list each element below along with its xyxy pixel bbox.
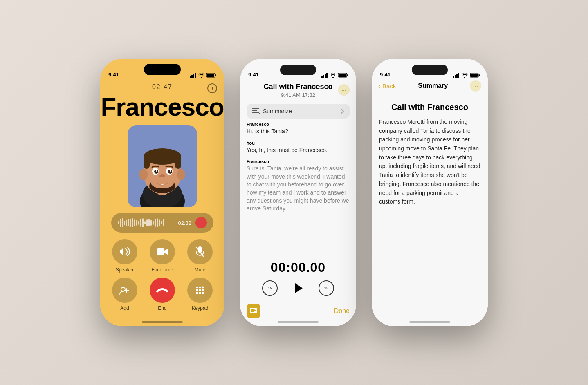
svg-point-37 (196, 289, 198, 291)
more-options-button[interactable]: ··· (338, 84, 350, 96)
wave-bar (161, 221, 162, 224)
caller-name: Francesco (101, 92, 224, 121)
signal-icon-1 (190, 73, 196, 78)
svg-rect-54 (251, 309, 255, 310)
battery-icon-1 (206, 73, 216, 78)
status-icons-3 (453, 73, 480, 78)
call-timer: 02:47 (152, 83, 173, 91)
svg-rect-2 (193, 74, 194, 78)
speaker-button[interactable]: Speaker (108, 239, 141, 273)
wave-bar (140, 219, 141, 227)
wave-bar (150, 220, 152, 226)
home-indicator-3 (409, 321, 450, 323)
phone-3-content: ‹ Back Summary ··· Call with Francesco F… (372, 59, 488, 326)
wave-bar (136, 220, 137, 226)
add-button[interactable]: Add (108, 278, 141, 311)
msg-text-1: Hi, is this Tania? (247, 128, 350, 136)
battery-icon-2 (338, 73, 348, 78)
playback-time: 00:00.00 (240, 260, 356, 275)
skip-back-button[interactable]: 15 (262, 280, 278, 296)
wave-bar (163, 219, 164, 226)
dynamic-island-3 (412, 65, 448, 75)
svg-point-42 (202, 292, 204, 294)
audio-bar: 02:32 (111, 213, 213, 233)
transcript-subtitle: 9:41 AM 17:32 (248, 92, 348, 98)
summarize-label: Summarize (263, 108, 292, 114)
svg-rect-52 (252, 112, 258, 113)
phone-3-wrapper: 9:41 ‹ Back Summary ··· Call w (370, 58, 489, 327)
waveform (118, 218, 174, 227)
keypad-button[interactable]: Keypad (184, 278, 216, 311)
svg-rect-13 (144, 157, 150, 169)
wifi-icon-3 (462, 73, 468, 78)
facetime-button[interactable]: FaceTime (146, 239, 179, 273)
call-controls: Speaker FaceTime (100, 239, 224, 311)
svg-point-21 (156, 170, 157, 172)
back-label: Back (382, 83, 396, 90)
playback-section: 00:00.00 15 15 (240, 256, 356, 300)
wifi-icon-2 (330, 73, 336, 78)
wave-bar (134, 219, 135, 226)
dynamic-island-1 (144, 64, 181, 75)
svg-point-35 (199, 287, 201, 289)
svg-rect-62 (470, 74, 478, 77)
mute-circle (187, 239, 213, 264)
mute-label: Mute (195, 267, 206, 273)
svg-point-34 (196, 287, 198, 289)
wave-bar (132, 218, 133, 227)
svg-point-15 (139, 169, 148, 180)
speaker-icon (119, 247, 130, 257)
wave-bar (157, 218, 158, 227)
svg-rect-50 (252, 108, 259, 109)
wave-bar (155, 219, 156, 227)
dynamic-island-2 (280, 65, 316, 75)
play-button[interactable] (289, 279, 307, 297)
transcript-message-3: Francesco Sure is. Tania, we're all read… (247, 159, 350, 213)
record-button[interactable] (195, 217, 207, 228)
facetime-label: FaceTime (152, 267, 173, 273)
wave-bar (124, 221, 125, 225)
back-button[interactable]: ‹ Back (378, 82, 396, 90)
summarize-icon (252, 108, 260, 114)
svg-rect-0 (190, 76, 191, 78)
wave-bar (118, 221, 119, 224)
svg-point-39 (202, 289, 204, 291)
summary-body: Call with Francesco Francesco Moretti fr… (372, 96, 488, 213)
speaker-circle (112, 239, 137, 264)
wave-bar (144, 221, 146, 224)
wave-bar (122, 218, 123, 227)
summarize-button[interactable]: Summarize (247, 104, 350, 119)
wave-bar (142, 218, 144, 227)
chevron-right-icon (341, 108, 344, 114)
transcript-icon-button[interactable] (247, 304, 260, 318)
svg-rect-57 (453, 76, 454, 78)
wave-bar (159, 219, 160, 226)
svg-point-22 (170, 170, 171, 172)
svg-rect-46 (326, 73, 328, 78)
end-label: End (158, 305, 166, 311)
wifi-icon-1 (198, 73, 204, 78)
summary-call-title: Call with Francesco (379, 103, 480, 112)
wave-bar (130, 219, 131, 227)
done-button[interactable]: Done (334, 307, 350, 315)
keypad-circle (187, 278, 213, 303)
svg-rect-43 (321, 76, 323, 78)
summary-more-button[interactable]: ··· (470, 80, 481, 92)
phone-2-content: Call with Francesco 9:41 AM 17:32 ··· Su… (240, 59, 356, 326)
info-icon[interactable]: i (207, 83, 217, 93)
status-icons-2 (321, 73, 348, 78)
svg-rect-51 (252, 110, 257, 111)
end-button[interactable]: End (146, 278, 179, 311)
facetime-circle (150, 239, 175, 264)
add-icon (119, 285, 130, 295)
mute-button[interactable]: Mute (184, 239, 216, 273)
wave-bar (153, 221, 154, 225)
wave-bar (126, 220, 127, 226)
phone-1-wrapper: 9:41 i 02:47 Francesco (99, 58, 226, 327)
summary-header-title: Summary (418, 82, 448, 90)
phone-1-outer: 9:41 i 02:47 Francesco (99, 58, 226, 327)
skip-forward-button[interactable]: 15 (319, 280, 334, 296)
wave-bar (146, 219, 148, 226)
summarize-inner: Summarize (252, 108, 292, 114)
home-indicator-2 (278, 321, 319, 323)
